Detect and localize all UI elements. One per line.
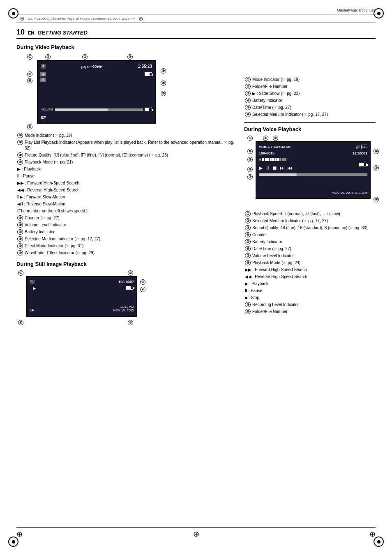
vp-seg-9 [282,158,284,161]
left-column: During Video Playback ① ② ③ ④ [16,44,234,320]
vp-counter-row: 100-0015 12:55:01 [259,151,367,155]
page-language: EN [28,30,34,35]
callout-5: ⑤ [161,68,166,74]
vd-volume-row: VOLUME [41,108,152,111]
video-playback-title: During Video Playback [16,44,234,50]
vp-ctrl-pause: ⏸ [265,165,270,171]
voice-callout-4: ④ [374,149,379,154]
video-note-4f: ◀II : Reverse Slow-Motion [16,201,234,207]
still-top-bar: 📷 100-0307 [30,279,134,284]
bottom-reg-right: ⊕ [369,530,376,539]
vd-wipe-icon: ▤ [40,78,46,82]
vp-seg-3 [267,158,269,161]
still-note-5: ⑤ Date/Time (☞ pg. 27) [244,105,376,111]
vp-seg-5 [272,158,274,161]
vd-volume-bar [55,108,143,111]
vp-seg-2 [265,158,267,161]
vd-volume-label: VOLUME [41,108,53,111]
still-callout-3: ③ [140,279,145,285]
video-diagram: P [U] x—60▶▶ 1:55:23 ▣ ▤ [37,60,156,124]
voice-note-4: ④ Counter [244,232,376,238]
voice-callout-3: ③ [273,136,278,141]
voice-diagram-container: ① ② ③ ④ ⑤ ⑥ ⑦ ⑧ ⑨ ⑩ VOICE PLAYBACK [256,141,371,202]
callout-7: ⑦ [161,91,166,96]
still-note-1: ① Mode Indicator (☞ pg. 19) [244,77,376,83]
voice-note-6: ⑥ Date/Time (☞ pg. 27) [244,246,376,252]
voice-callout-1: ① [247,136,253,141]
bottom-bar: ⊕ ⊕ ⊕ [16,527,376,539]
voice-note-7: ⑦ Volume Level Indicator [244,253,376,259]
video-note-7: ⑦ Battery Indicator [16,229,234,235]
main-content: During Video Playback ① ② ③ ④ [16,44,376,320]
vp-datetime: NOV 20. 2005 11:30AM [332,191,367,195]
video-note-6: ⑥ Volume Level Indicator [16,222,234,228]
voice-callout-5: ⑤ [374,165,379,170]
vd-p-label: P [41,64,46,69]
vp-ctrl-stop: ⏹ [272,165,277,171]
voice-note-2: ② Selected Medium Indicator (☞ pg. 17, 2… [244,218,376,224]
still-playback-section: During Still Image Playback ① ② ③ ④ ⑤ ⑥ … [16,261,234,320]
vd-battery-2 [145,108,152,111]
section-divider [244,122,376,123]
corner-reg-bl [8,537,18,547]
vp-r-label: R [259,158,261,161]
page-number: 10 [16,28,25,37]
vp-level-row: R [259,158,367,161]
callout-3: ③ [82,54,88,60]
vp-progress [259,173,367,176]
corner-reg-tr [374,8,384,18]
still-callout-1: ① [18,270,23,276]
still-notes-section: ① Mode Indicator (☞ pg. 19) ② Folder/Fil… [244,77,376,117]
voice-callout-10: ⑩ [247,149,253,154]
voice-diagram: VOICE PLAYBACK 🔊 SD 100-0015 12:55:01 [256,141,371,199]
still-callout-2: ② [128,270,133,276]
vp-time: 12:55:01 [353,151,367,155]
video-note-4b: II : Pause [16,173,234,179]
voice-playback-section: During Voice Playback ① ② ③ ④ ⑤ ⑥ ⑦ ⑧ ⑨ … [244,126,376,315]
callout-10: ⑩ [27,78,32,83]
vp-icon-2: SD [361,145,367,149]
callout-1: ① [27,54,32,60]
bottom-reg-left: ⊕ [16,530,23,539]
still-play-arrow: ▶ [33,286,36,290]
still-camera-icon: 📷 [30,279,35,284]
video-note-9: ⑨ Effect Mode Indicator (☞ pg. 31) [16,243,234,249]
voice-note-1: ① Playback Speed: ♩ (normal), ♩♩ (fast),… [244,211,376,217]
still-file-number: 100-0307 [118,280,134,284]
still-callout-5: ⑤ [128,320,133,325]
vp-file-number: 100-0015 [259,151,274,155]
video-note-4e: II▶ : Forward Slow-Motion [16,194,234,200]
vd-battery [145,72,152,76]
vd-quality: [U] x—60▶▶ [81,64,102,69]
still-playback-title: During Still Image Playback [16,261,234,267]
reg-mark-left: ⊕ [20,15,25,22]
voice-note-8e: ■ : Stop [244,295,376,301]
vp-seg-10 [284,158,286,161]
voice-note-10: ⑩ Folder/File Number [244,309,376,315]
video-note-4d: ◀◀ : Reverse High-Speed Search [16,187,234,193]
file-info-text: GZ-MC100US_03Start.fm Page 10 Friday, Se… [28,17,135,21]
video-diagram-wrapper: ① ② ③ ④ P [U] x—60▶▶ 1:55:23 [16,53,234,129]
vp-seg-1 [262,158,264,161]
video-notes-list: ① Mode Indicator (☞ pg. 19) ② Play List … [16,133,234,256]
video-note-2: ② Play List Playback Indicator (Appears … [16,140,234,151]
still-ef-label: EF [30,308,35,312]
voice-note-8c: ▶ : Playback [244,281,376,287]
page-title: GETTING STARTED [37,30,88,36]
vp-level-bar [262,158,286,161]
voice-note-3: ③ Sound Quality: 48 (fine), 16 (standard… [244,225,376,231]
vp-ctrl-play: ▶ [259,165,263,171]
still-datetime: 11:30 AM NOV 10. 2005 [113,305,134,312]
video-note-4a: ▶ : Playback [16,166,234,172]
vp-seg-6 [274,158,277,161]
file-info-line: ⊕ GZ-MC100US_03Start.fm Page 10 Friday, … [16,14,376,23]
voice-callout-7: ⑦ [247,174,253,180]
still-notes-list: ① Mode Indicator (☞ pg. 19) ② Folder/Fil… [244,77,376,117]
right-column: ① Mode Indicator (☞ pg. 19) ② Folder/Fil… [244,44,376,320]
bottom-reg-center: ⊕ [193,530,199,539]
still-diagram-container: ① ② ③ ④ ⑤ ⑥ 📷 100-0307 ▶ [26,276,137,320]
corner-reg-tl [8,8,18,18]
voice-callout-9: ⑨ [247,157,253,162]
voice-callout-8: ⑧ [247,167,253,172]
video-note-5: ⑤ Counter (☞ pg. 27) [16,215,234,221]
